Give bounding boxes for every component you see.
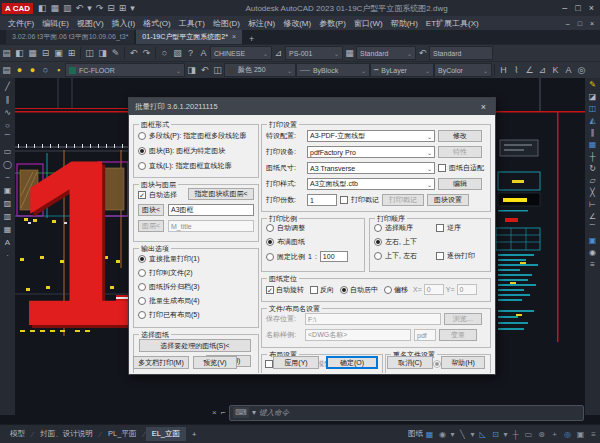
y-offset-input[interactable]: 0	[457, 284, 477, 295]
menu-format[interactable]: 格式(O)	[143, 18, 171, 29]
doc-restore-button[interactable]: □	[578, 20, 582, 27]
cancel-button[interactable]: 取消(C)	[387, 356, 433, 369]
tab-close-icon[interactable]: ×	[232, 33, 236, 40]
radio-line[interactable]: 直线(L): 指定图框直线轮廓	[138, 161, 231, 171]
radius-dim-icon[interactable]: Κ	[549, 65, 562, 75]
layer-lock-icon[interactable]: ▪	[52, 65, 65, 75]
spline-icon[interactable]: ~	[5, 173, 10, 182]
layer-bulb-icon[interactable]: ●	[13, 65, 26, 75]
publish-icon[interactable]: ⊞	[65, 48, 78, 58]
radio-fit-paper[interactable]: 布满图纸	[266, 237, 305, 247]
radio-icon[interactable]	[266, 224, 274, 232]
refresh-icon[interactable]: ↶	[416, 48, 429, 58]
radio-pick-order[interactable]: 选择顺序	[374, 223, 413, 233]
reverse-checkbox[interactable]: 逆序	[436, 223, 461, 233]
redo-icon[interactable]: ↷	[94, 3, 106, 13]
text-icon[interactable]: A	[5, 238, 10, 247]
save-path-input[interactable]: F:\	[305, 313, 441, 325]
block-settings-button[interactable]: 图块设置	[427, 194, 469, 206]
angular-dim-icon[interactable]: ∠	[523, 65, 536, 75]
trim-icon[interactable]: ╳	[590, 188, 595, 197]
doc-close-button[interactable]: ×	[590, 20, 594, 27]
layout-tab-elevation[interactable]: EL_立面	[146, 427, 186, 441]
extension-input[interactable]: pdf	[414, 329, 436, 341]
annotation-icon[interactable]: ▭	[522, 430, 535, 439]
paper-size-select[interactable]: A3 Transverse⌄	[307, 162, 435, 174]
move-icon[interactable]: ┼	[590, 152, 596, 161]
layer-name-input[interactable]: M_title	[168, 220, 254, 232]
radio-icon[interactable]	[138, 255, 146, 263]
radio-print-to-file[interactable]: 打印到文件(2)	[138, 268, 193, 278]
menu-parametric[interactable]: 参数(P)	[319, 18, 346, 29]
radio-icon[interactable]	[266, 253, 274, 261]
collate-checkbox[interactable]: 逐份打印	[436, 251, 475, 261]
layer-properties-icon[interactable]: ▤	[0, 65, 13, 75]
page-setup-icon[interactable]: ⊿	[272, 48, 285, 58]
polyline-icon[interactable]: ∿	[4, 108, 11, 117]
menu-modify[interactable]: 修改(M)	[283, 18, 311, 29]
rectangle-icon[interactable]: ▭	[4, 147, 12, 156]
doc-minimize-button[interactable]: –	[566, 20, 570, 27]
arc-icon[interactable]: ⌒	[4, 134, 12, 143]
layers-icon[interactable]: ▧	[171, 48, 184, 58]
menu-edit[interactable]: 编辑(E)	[42, 18, 69, 29]
undo-icon[interactable]: ↶	[127, 48, 140, 58]
page-setup-select[interactable]: PS-001⌄	[285, 46, 343, 60]
chamfer-icon[interactable]: ∠	[589, 212, 596, 221]
workspace-gear-icon[interactable]: ⊛	[535, 430, 548, 439]
fillet-icon[interactable]: ⌒	[589, 224, 597, 233]
dim-style-icon[interactable]: ▦	[343, 48, 356, 58]
radio-icon[interactable]	[138, 297, 146, 305]
save-icon[interactable]: ▦	[49, 3, 62, 13]
text-style-icon[interactable]: A	[197, 48, 210, 58]
lineweight-select[interactable]: ━ByLayer⌄	[370, 63, 434, 77]
region-icon[interactable]: ▥	[4, 212, 12, 221]
zoom-icon[interactable]: ○	[158, 48, 171, 58]
menu-tools[interactable]: 工具(T)	[179, 18, 205, 29]
menu-help[interactable]: 帮助(H)	[391, 18, 418, 29]
auto-rotate-checkbox[interactable]	[266, 286, 274, 294]
dialog-close-icon[interactable]: ×	[472, 102, 495, 112]
extend-icon[interactable]: ⊢	[589, 200, 596, 209]
linetype-select[interactable]: ──ByBlock⌄	[296, 63, 370, 77]
pencil-icon[interactable]: ✎	[589, 80, 596, 89]
ortho-icon[interactable]: ◺	[476, 430, 489, 439]
menu-dimension[interactable]: 标注(N)	[248, 18, 275, 29]
text-style-select[interactable]: CHINESE⌄	[210, 46, 272, 60]
radio-icon[interactable]	[374, 252, 382, 260]
edit-style-button[interactable]: 编辑	[438, 178, 482, 190]
osnap-icon[interactable]: ⊡	[489, 430, 502, 439]
pick-block-layer-button[interactable]: 指定图块或图层<	[188, 188, 254, 200]
linear-dim-icon[interactable]: Η	[497, 65, 510, 75]
scale-icon[interactable]: ▱	[589, 176, 595, 185]
open-icon[interactable]: ◧	[13, 48, 26, 58]
checkbox-icon[interactable]	[436, 224, 444, 232]
block-icon[interactable]: ▣	[589, 236, 597, 245]
radio-icon[interactable]	[266, 238, 274, 246]
center-mark-icon[interactable]: ◎	[575, 65, 588, 75]
command-caret-icon[interactable]: ▾	[252, 408, 256, 417]
fit-paper-checkbox[interactable]	[438, 164, 446, 172]
multi-doc-print-button[interactable]: 多文档打印(M)	[133, 356, 189, 369]
save-icon[interactable]: ▦	[26, 48, 39, 58]
command-input[interactable]: ⌨ ▾ 键入命令	[229, 405, 584, 421]
radio-polyline[interactable]: 多段线(P): 指定图框多段线轮廓	[138, 131, 246, 141]
osnap-caret-icon[interactable]: ▾	[502, 430, 509, 439]
menu-file[interactable]: 文件(F)	[8, 18, 34, 29]
radio-fixed-scale[interactable]: 固定比例 1: 100	[266, 251, 348, 262]
layer-iso-icon[interactable]: ◫	[211, 65, 224, 75]
file-tab-active[interactable]: 01-19C户型平立面系统图2*×	[136, 29, 242, 44]
undo-icon[interactable]: ↶	[74, 3, 86, 13]
snap-icon[interactable]: ◉	[436, 430, 449, 439]
new-icon[interactable]: ▤	[0, 48, 13, 58]
new-tab-button[interactable]: +	[244, 34, 259, 44]
layout-tab-model[interactable]: 模型	[4, 427, 31, 441]
polar-icon[interactable]: ╲	[456, 430, 469, 439]
select-sheets-button[interactable]: 选择要处理的图纸(S)<	[139, 339, 251, 352]
menu-draw[interactable]: 绘图(D)	[213, 18, 240, 29]
auto-select-checkbox[interactable]: 自动选择	[138, 190, 177, 200]
radio-lr-tb[interactable]: 左右, 上下	[374, 237, 417, 247]
file-tab-inactive[interactable]: 3.02.06 t3平面.06 t3平面10.09.06_t3*	[6, 29, 134, 44]
x-offset-input[interactable]: 0	[424, 284, 444, 295]
radio-split-archive[interactable]: 图纸拆分归档(3)	[138, 282, 200, 292]
